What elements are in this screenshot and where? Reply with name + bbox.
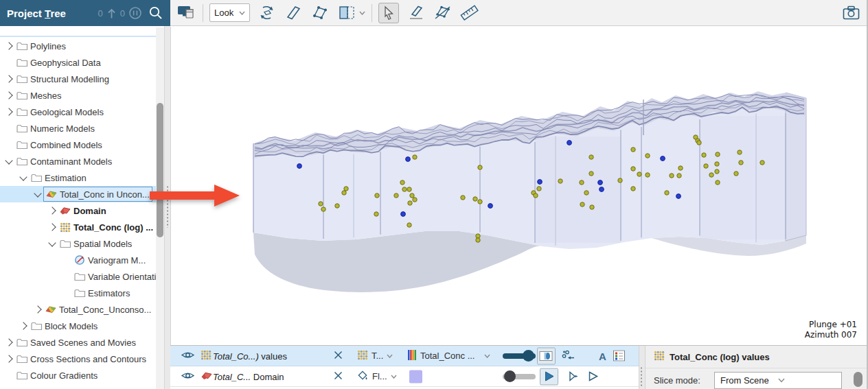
folder-icon [15,370,29,380]
slicer-tool-button[interactable] [283,3,304,23]
tree-item-geophysical-data[interactable]: Geophysical Data [0,54,156,71]
tree-item-estimators[interactable]: Estimators [0,285,156,301]
chevron-right-icon[interactable] [32,307,43,312]
tree-item-cross-sections-and-contours[interactable]: Cross Sections and Contours [0,351,156,367]
ruler-tool-button[interactable] [459,3,479,23]
display-column-dropdown[interactable]: T... [357,350,402,362]
shape-row-values[interactable]: Total_Co...) values T... Total_Conc ... [170,346,639,366]
tree-item-polylines[interactable]: Polylines [0,38,156,54]
moving-plane-button[interactable] [310,3,330,23]
chevron-right-icon[interactable] [3,43,14,49]
slice-mode-label: Slice mode: [654,375,714,386]
splitter-grip[interactable] [166,185,169,228]
remove-from-scene-icon[interactable] [334,371,343,382]
visibility-eye-icon[interactable] [181,370,195,383]
chevron-right-icon[interactable] [3,340,14,345]
slider-knob[interactable] [504,370,516,382]
tree-item-domain[interactable]: Domain [0,202,156,219]
text-labels-button[interactable]: A [593,347,612,364]
colourmap-dropdown[interactable]: Total_Conc ... [408,349,490,363]
tree-item-label: Total_Conc_Unconso... [59,305,151,315]
sidebar-splitter[interactable] [164,26,170,389]
tree-item-geological-models[interactable]: Geological Models [0,104,156,120]
upload-arrow-icon[interactable] [106,8,117,19]
tree-item-label: Variogram M... [88,255,146,266]
cmodel-icon [44,305,58,314]
slice-box-button[interactable] [336,3,357,23]
tree-item-meshes[interactable]: Meshes [0,87,156,104]
search-icon[interactable] [148,5,163,21]
chevron-down-icon[interactable] [46,242,58,246]
tree-item-spatial-models[interactable]: Spatial Models [0,235,156,252]
clear-scene-button[interactable] [176,3,196,23]
folder-icon [15,338,29,347]
colour-mode-label: Fl... [372,371,387,381]
tree-scrollbar[interactable] [156,27,164,389]
tree-item-contaminant-models[interactable]: Contaminant Models [0,153,156,169]
slider-knob[interactable] [523,350,534,362]
shape-row-domain[interactable]: Total_C... Domain Fl... [170,366,639,387]
chevron-down-icon[interactable] [32,193,43,196]
draw-slicer-line-button[interactable] [405,3,426,23]
tree-item-variable-orientation[interactable]: Variable Orientation [0,268,156,285]
filter-points-button[interactable] [559,347,578,364]
tree-item-label: Estimators [88,288,130,298]
colour-mode-dropdown[interactable]: Fl... [357,370,402,384]
colour-swatch[interactable] [409,370,422,383]
visibility-eye-icon[interactable] [181,350,195,362]
tree-item-label: Numeric Models [30,123,95,134]
properties-scrollbar-thumb[interactable] [854,372,863,387]
tree-item-structural-modelling[interactable]: Structural Modelling [0,71,156,87]
chevron-right-icon[interactable] [3,109,14,115]
scene-viewport[interactable]: Plunge +01 Azimuth 007 [170,27,867,345]
folder-icon [15,107,29,117]
tree-item-variogram-m[interactable]: Variogram M... [0,252,156,268]
draw-polyline-button[interactable] [432,3,453,23]
wireframe-render-button[interactable] [584,368,602,385]
shape-name: Total_Co...) values [213,351,331,361]
chevron-right-icon[interactable] [17,323,29,329]
point-size-slider[interactable] [503,350,536,362]
rotate-scene-button[interactable] [256,3,277,23]
tree-item-label: Combined Models [30,140,102,150]
tree-scrollbar-thumb[interactable] [157,103,163,237]
tree-item-total-conc-in-uncon[interactable]: Total_Conc in Uncon... [0,186,156,202]
select-tool-button[interactable] [378,3,399,23]
panel-title: Project Tree [7,8,66,19]
bottom-panel-splitter[interactable] [639,346,646,389]
remove-from-scene-icon[interactable] [334,351,343,362]
solid-render-button[interactable] [540,368,558,385]
chevron-right-icon[interactable] [3,356,14,362]
point-style-button[interactable] [537,347,556,364]
splitter-grip[interactable] [640,366,643,387]
tree-item-colour-gradients[interactable]: Colour Gradients [0,367,156,384]
chevron-right-icon[interactable] [3,93,14,98]
chevron-down-icon[interactable] [17,176,29,180]
look-dropdown[interactable]: Look [209,3,250,22]
slice-mode-select[interactable]: From Scene [714,372,842,389]
slice-box-dropdown-chevron[interactable] [359,11,365,15]
tree-item-label: Total_Conc in Uncon... [60,189,150,200]
cmodel-icon [45,189,58,199]
chevron-right-icon[interactable] [46,208,58,213]
tree-item-total-conc-log[interactable]: Total_Conc (log) ... [0,219,156,235]
tree-item-total-conc-unconso[interactable]: Total_Conc_Unconso... [0,301,156,318]
two-sided-render-button[interactable] [563,368,582,385]
chevron-down-icon [391,375,397,379]
tree-item-estimation[interactable]: Estimation [0,169,156,186]
chevron-right-icon[interactable] [3,76,14,82]
tree-item-block-models[interactable]: Block Models [0,318,156,334]
opacity-slider[interactable] [503,370,536,383]
chevron-down-icon [778,378,836,383]
application-window: Project Tree 0 0 PolylinesGeophysical Da… [0,0,868,389]
pause-icon[interactable] [128,6,142,20]
tree-item-label: Structural Modelling [30,74,109,84]
chevron-down-icon[interactable] [3,160,14,163]
values-points-icon [357,350,368,362]
screenshot-camera-button[interactable] [841,3,861,23]
tree-item-combined-models[interactable]: Combined Models [0,137,156,153]
legend-button[interactable] [610,347,628,364]
tree-item-numeric-models[interactable]: Numeric Models [0,120,156,137]
tree-item-saved-scenes-and-movies[interactable]: Saved Scenes and Movies [0,334,156,351]
chevron-right-icon[interactable] [46,224,58,230]
